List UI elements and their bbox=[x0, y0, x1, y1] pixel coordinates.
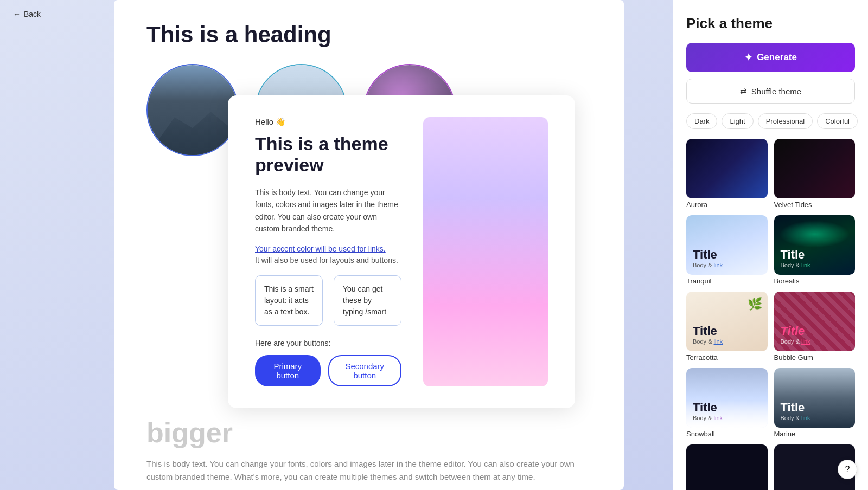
hello-line: Hello 👋 bbox=[255, 117, 401, 127]
preview-main-heading: This is a heading bbox=[146, 22, 591, 48]
filter-tab-professional[interactable]: Professional bbox=[758, 113, 813, 129]
theme-card-tranquil: Title Body & link bbox=[686, 215, 768, 275]
gradient-decoration bbox=[423, 117, 548, 386]
tranquil-link: link bbox=[714, 262, 723, 268]
panel-title: Pick a theme bbox=[686, 15, 855, 32]
theme-name-terracotta: Terracotta bbox=[686, 353, 768, 362]
shuffle-button[interactable]: ⇄ Shuffle theme bbox=[686, 79, 855, 104]
theme-item-velvet[interactable]: Velvet Tides bbox=[774, 139, 856, 209]
right-panel: Pick a theme ✦ Generate ⇄ Shuffle theme … bbox=[673, 0, 868, 490]
theme-name-snowball: Snowball bbox=[686, 430, 768, 438]
snowball-title: Title bbox=[693, 401, 761, 415]
theme-item-borealis[interactable]: Title Body & link Borealis bbox=[774, 215, 856, 285]
theme-name-aurora: Aurora bbox=[686, 201, 768, 209]
smart-boxes-row: This is a smart layout: it acts as a tex… bbox=[255, 275, 401, 326]
marine-title: Title bbox=[781, 401, 849, 415]
terracotta-body: Body & link bbox=[693, 338, 761, 345]
generate-label: Generate bbox=[757, 52, 797, 63]
help-icon: ? bbox=[845, 465, 850, 474]
marine-link: link bbox=[801, 415, 810, 421]
theme-item-aurora[interactable]: Aurora bbox=[686, 139, 768, 209]
marine-body: Body & link bbox=[781, 415, 849, 421]
theme-name-velvet: Velvet Tides bbox=[774, 201, 856, 209]
preview-container: This is a heading Hello 👋 This is a them… bbox=[114, 0, 624, 490]
theme-item-tranquil[interactable]: Title Body & link Tranquil bbox=[686, 215, 768, 285]
shuffle-label: Shuffle theme bbox=[751, 87, 801, 96]
tranquil-title: Title bbox=[693, 248, 761, 262]
theme-name-marine: Marine bbox=[774, 430, 856, 438]
primary-button[interactable]: Primary button bbox=[255, 355, 321, 386]
back-arrow-icon: ← bbox=[13, 10, 21, 18]
filter-tab-colorful[interactable]: Colorful bbox=[817, 113, 858, 129]
layout-hint: It will also be used for layouts and but… bbox=[255, 256, 401, 265]
theme-item-extra-1[interactable] bbox=[686, 444, 768, 490]
buttons-label: Here are your buttons: bbox=[255, 339, 401, 347]
help-button[interactable]: ? bbox=[838, 460, 857, 479]
theme-name-borealis: Borealis bbox=[774, 277, 856, 285]
main-preview-area: ← Back This is a heading Hello � bbox=[0, 0, 673, 490]
borealis-title: Title bbox=[781, 248, 849, 262]
buttons-row: Primary button Secondary button bbox=[255, 355, 401, 386]
theme-name-bubblegum: Bubble Gum bbox=[774, 353, 856, 362]
bottom-body-text: This is body text. You can change your f… bbox=[146, 457, 591, 483]
back-button[interactable]: ← Back bbox=[13, 10, 41, 18]
terracotta-title: Title bbox=[693, 324, 761, 338]
theme-card-terracotta: Title Body & link bbox=[686, 292, 768, 351]
filter-tab-light[interactable]: Light bbox=[722, 113, 753, 129]
theme-card-velvet bbox=[774, 139, 856, 198]
theme-card-bubblegum: Title Body & link bbox=[774, 292, 856, 351]
theme-card-snowball: Title Body & link bbox=[686, 368, 768, 428]
snowball-link: link bbox=[714, 415, 723, 421]
smart-box-1: This is a smart layout: it acts as a tex… bbox=[255, 275, 323, 326]
snowball-body: Body & link bbox=[693, 415, 761, 421]
borealis-body: Body & link bbox=[781, 262, 849, 268]
bigger-heading: bigger bbox=[146, 416, 591, 449]
theme-name-tranquil: Tranquil bbox=[686, 277, 768, 285]
terracotta-link: link bbox=[714, 338, 723, 345]
smart-box-2: You can get these by typing /smart bbox=[334, 275, 401, 326]
theme-card-extra-1 bbox=[686, 444, 768, 490]
borealis-link: link bbox=[801, 262, 810, 268]
bubblegum-body: Body & link bbox=[781, 338, 849, 345]
theme-card-aurora bbox=[686, 139, 768, 198]
theme-item-snowball[interactable]: Title Body & link Snowball bbox=[686, 368, 768, 438]
preview-image-1 bbox=[146, 64, 239, 156]
theme-item-marine[interactable]: Title Body & link Marine bbox=[774, 368, 856, 438]
tranquil-body: Body & link bbox=[693, 262, 761, 268]
theme-grid: Aurora Velvet Tides Title Body & link Tr… bbox=[686, 139, 855, 490]
theme-item-bubblegum[interactable]: Title Body & link Bubble Gum bbox=[774, 292, 856, 362]
generate-spark-icon: ✦ bbox=[744, 51, 752, 63]
shuffle-icon: ⇄ bbox=[740, 86, 747, 96]
bubblegum-link: link bbox=[801, 338, 810, 345]
back-label: Back bbox=[24, 10, 41, 18]
theme-card-marine: Title Body & link bbox=[774, 368, 856, 428]
bubblegum-title: Title bbox=[781, 324, 849, 338]
filter-tabs: Dark Light Professional Colorful bbox=[686, 113, 855, 129]
theme-preview-card: Hello 👋 This is a theme preview This is … bbox=[228, 95, 575, 408]
secondary-button[interactable]: Secondary button bbox=[328, 355, 401, 386]
theme-item-terracotta[interactable]: Title Body & link Terracotta bbox=[686, 292, 768, 362]
generate-button[interactable]: ✦ Generate bbox=[686, 43, 855, 72]
filter-tab-dark[interactable]: Dark bbox=[686, 113, 717, 129]
theme-preview-title: This is a theme preview bbox=[255, 133, 401, 176]
theme-card-borealis: Title Body & link bbox=[774, 215, 856, 275]
accent-link[interactable]: Your accent color will be used for links… bbox=[255, 244, 386, 253]
theme-preview-body: This is body text. You can change your f… bbox=[255, 186, 401, 235]
